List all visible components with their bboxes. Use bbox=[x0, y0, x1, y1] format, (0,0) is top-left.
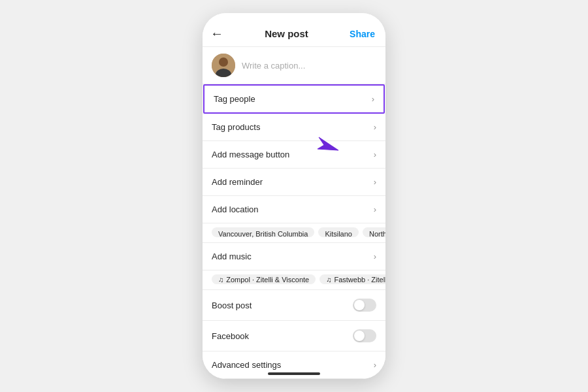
location-chip-0[interactable]: Vancouver, British Columbia bbox=[212, 227, 314, 237]
header: ← New post Share bbox=[203, 21, 385, 47]
location-chip-2[interactable]: North Vancou… bbox=[363, 227, 385, 237]
tag-people-item[interactable]: Tag people › bbox=[203, 84, 385, 114]
facebook-toggle[interactable] bbox=[353, 329, 376, 342]
add-reminder-label: Add reminder bbox=[212, 177, 263, 187]
location-chips: Vancouver, British Columbia Kitsilano No… bbox=[203, 223, 385, 243]
share-button[interactable]: Share bbox=[350, 29, 375, 39]
chevron-right-icon: › bbox=[374, 122, 376, 132]
add-reminder-item[interactable]: Add reminder › bbox=[203, 169, 385, 196]
music-chip-0[interactable]: ♫ Zompol · Zitelli & Visconte bbox=[212, 274, 316, 284]
boost-post-label: Boost post bbox=[212, 301, 252, 310]
music-chip-1[interactable]: ♫ Fastwebb · Zitelli & Vi… bbox=[319, 274, 385, 284]
add-message-button-label: Add message button bbox=[212, 150, 289, 159]
location-chip-1[interactable]: Kitsilano bbox=[318, 227, 359, 237]
phone-frame: ← New post Share Write a caption... Tag … bbox=[203, 13, 385, 379]
chevron-right-icon: › bbox=[374, 204, 376, 214]
music-chip-1-label: Fastwebb · Zitelli & Vi… bbox=[334, 276, 385, 284]
add-message-button-item[interactable]: Add message button › bbox=[203, 141, 385, 169]
back-button[interactable]: ← bbox=[210, 26, 223, 41]
boost-post-row: Boost post bbox=[203, 290, 385, 321]
chevron-right-icon: › bbox=[374, 150, 376, 159]
caption-input[interactable]: Write a caption... bbox=[242, 61, 305, 71]
tag-products-item[interactable]: Tag products › bbox=[203, 114, 385, 141]
tag-products-label: Tag products bbox=[212, 122, 260, 132]
caption-row: Write a caption... bbox=[203, 47, 385, 84]
chevron-right-icon: › bbox=[374, 252, 376, 261]
music-chips: ♫ Zompol · Zitelli & Visconte ♫ Fastwebb… bbox=[203, 270, 385, 290]
facebook-row: Facebook bbox=[203, 321, 385, 351]
avatar bbox=[212, 54, 235, 77]
chevron-right-icon: › bbox=[374, 360, 376, 370]
add-music-label: Add music bbox=[212, 252, 252, 261]
music-chip-0-label: Zompol · Zitelli & Visconte bbox=[226, 276, 309, 284]
boost-post-toggle[interactable] bbox=[353, 299, 376, 312]
advanced-settings-label: Advanced settings bbox=[212, 360, 281, 370]
add-location-item[interactable]: Add location › bbox=[203, 196, 385, 223]
tag-people-label: Tag people bbox=[214, 94, 255, 104]
facebook-label: Facebook bbox=[212, 331, 249, 341]
chevron-right-icon: › bbox=[374, 177, 376, 187]
home-indicator bbox=[268, 372, 320, 375]
status-bar bbox=[203, 13, 385, 21]
chevron-right-icon: › bbox=[372, 94, 374, 104]
music-note-icon: ♫ bbox=[326, 276, 331, 284]
svg-point-1 bbox=[219, 57, 228, 67]
music-note-icon: ♫ bbox=[218, 276, 223, 284]
add-location-label: Add location bbox=[212, 204, 259, 214]
page-title: New post bbox=[265, 28, 308, 39]
add-music-item[interactable]: Add music › bbox=[203, 243, 385, 270]
